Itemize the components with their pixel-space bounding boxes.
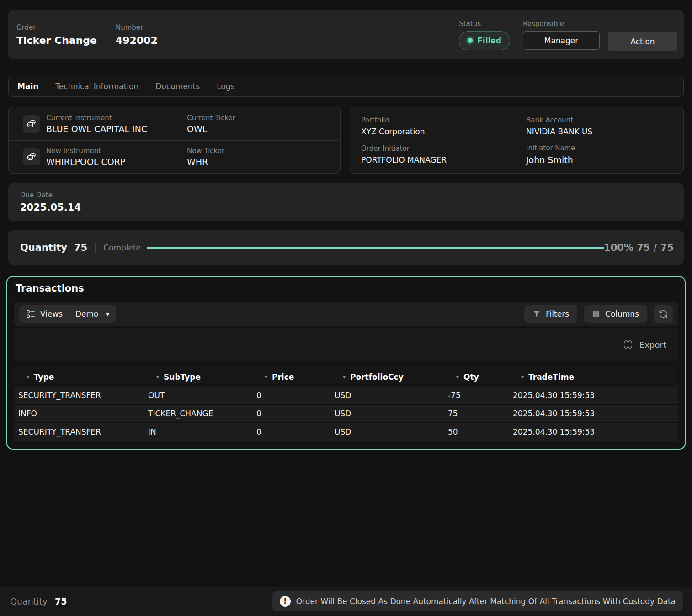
order-title: Ticker Change: [16, 35, 106, 46]
quantity-label: Quantity: [20, 242, 67, 253]
tab-main[interactable]: Main: [17, 82, 38, 91]
transactions-table: ▾Type ▾SubType ▾Price ▾PortfolioCcy ▾Qty…: [14, 367, 678, 441]
table-row[interactable]: SECURITY_TRANSFER IN 0 USD 50 2025.04.30…: [14, 423, 678, 441]
status-badge: Filled: [459, 31, 510, 50]
action-button[interactable]: Action: [608, 32, 677, 51]
divider: |: [68, 309, 70, 319]
order-number: 492002: [116, 35, 158, 46]
columns-icon: [592, 310, 600, 318]
portfolio-label: Portfolio: [361, 116, 515, 124]
exclamation-icon: !: [280, 596, 291, 607]
quantity-value: 75: [74, 242, 87, 253]
responsible-label: Responsible: [523, 20, 600, 28]
export-row: Export: [14, 328, 678, 361]
column-header-price[interactable]: ▾Price: [252, 372, 330, 382]
order-header-card: Order Ticker Change Number 492002 Status…: [8, 10, 684, 59]
portfolio-value: XYZ Corporation: [361, 127, 515, 136]
export-button[interactable]: Export: [639, 340, 666, 350]
initiator-name-value: John Smith: [526, 155, 575, 165]
tab-bar: Main Technical Information Documents Log…: [8, 76, 684, 97]
status-label: Status: [459, 20, 510, 28]
status-value: Filled: [477, 36, 501, 45]
new-instrument-value: WHIRLPOOL CORP: [46, 157, 180, 167]
order-label: Order: [16, 23, 106, 32]
divider: [180, 112, 180, 136]
transactions-panel: Transactions Views | Demo ▾ Filters: [6, 276, 686, 450]
new-instrument-row: New Instrument WHIRLPOOL CORP New Ticker…: [9, 140, 340, 174]
instrument-card: Current Instrument BLUE OWL CAPITAL INC …: [8, 107, 341, 174]
coins-icon: [23, 148, 40, 165]
order-initiator-value: PORTFOLIO MANAGER: [361, 155, 515, 165]
footer-quantity-value: 75: [55, 596, 67, 606]
columns-button[interactable]: Columns: [584, 305, 647, 323]
new-ticker-value: WHR: [187, 157, 224, 167]
notice-banner: ! Order Will Be Closed As Done Automatic…: [272, 591, 683, 611]
progress-track: [147, 247, 604, 249]
responsible-button[interactable]: Manager: [523, 31, 600, 50]
due-date-value: 2025.05.14: [20, 202, 684, 213]
column-header-qty[interactable]: ▾Qty: [443, 372, 508, 382]
chevron-down-icon: ▾: [106, 311, 109, 318]
initiator-name-label: Initiator Name: [526, 144, 575, 152]
views-dropdown[interactable]: Views | Demo ▾: [19, 305, 116, 323]
bank-account-value: NIVIDIA BANK US: [526, 127, 592, 136]
column-header-tradetime[interactable]: ▾TradeTime: [508, 372, 678, 382]
sort-caret-icon[interactable]: ▾: [156, 374, 159, 380]
details-card: Portfolio XYZ Corporation Bank Account N…: [350, 107, 684, 174]
divider: [95, 243, 96, 253]
divider: [515, 117, 515, 135]
quantity-status: Complete: [103, 243, 141, 252]
list-icon: [26, 309, 35, 319]
sort-caret-icon[interactable]: ▾: [521, 374, 524, 380]
divider: [180, 144, 180, 169]
header-divider: [106, 25, 106, 45]
quantity-progress-bar: Quantity 75 Complete 100% 75 / 75: [8, 230, 684, 265]
tab-logs[interactable]: Logs: [217, 82, 234, 91]
progress-text: 100% 75 / 75: [604, 242, 674, 253]
table-header-row: ▾Type ▾SubType ▾Price ▾PortfolioCcy ▾Qty…: [14, 367, 678, 387]
due-date-label: Due Date: [20, 191, 684, 199]
transactions-title: Transactions: [16, 283, 678, 294]
sort-caret-icon[interactable]: ▾: [265, 374, 267, 380]
bank-account-label: Bank Account: [526, 116, 592, 124]
footer-quantity-label: Quantity: [10, 596, 48, 606]
current-instrument-label: Current Instrument: [46, 114, 180, 122]
due-date-card: Due Date 2025.05.14: [8, 183, 684, 221]
filters-label: Filters: [546, 309, 569, 319]
column-header-subtype[interactable]: ▾SubType: [144, 372, 252, 382]
current-instrument-row: Current Instrument BLUE OWL CAPITAL INC …: [9, 107, 340, 140]
current-instrument-value: BLUE OWL CAPITAL INC: [46, 124, 180, 134]
views-selected: Demo: [75, 309, 99, 319]
sort-caret-icon[interactable]: ▾: [456, 374, 459, 380]
footer-bar: Quantity 75 ! Order Will Be Closed As Do…: [0, 587, 692, 616]
refresh-button[interactable]: [654, 305, 673, 323]
column-header-portfolioccy[interactable]: ▾PortfolioCcy: [330, 372, 443, 382]
filters-button[interactable]: Filters: [524, 305, 577, 323]
notice-text: Order Will Be Closed As Done Automatical…: [296, 597, 676, 606]
status-dot-icon: [468, 38, 473, 43]
transactions-toolbar: Views | Demo ▾ Filters: [14, 302, 678, 326]
new-instrument-label: New Instrument: [46, 147, 180, 155]
column-header-type[interactable]: ▾Type: [14, 372, 144, 382]
current-ticker-label: Current Ticker: [187, 114, 235, 122]
number-label: Number: [116, 23, 158, 32]
tab-documents[interactable]: Documents: [155, 82, 200, 91]
table-row[interactable]: SECURITY_TRANSFER OUT 0 USD -75 2025.04.…: [14, 387, 678, 405]
table-row[interactable]: INFO TICKER_CHANGE 0 USD 75 2025.04.30 1…: [14, 405, 678, 423]
filter-icon: [532, 310, 541, 318]
tab-technical-information[interactable]: Technical Information: [55, 82, 138, 91]
order-initiator-label: Order Initiator: [361, 144, 515, 153]
sort-caret-icon[interactable]: ▾: [343, 374, 346, 380]
divider: [515, 145, 515, 164]
sort-caret-icon[interactable]: ▾: [27, 374, 29, 380]
current-ticker-value: OWL: [187, 124, 235, 134]
export-icon: [623, 339, 633, 350]
coins-icon: [23, 115, 40, 133]
new-ticker-label: New Ticker: [187, 147, 224, 155]
views-label: Views: [40, 309, 63, 319]
columns-label: Columns: [605, 309, 639, 319]
refresh-icon: [659, 309, 668, 319]
progress-fill: [147, 247, 604, 249]
